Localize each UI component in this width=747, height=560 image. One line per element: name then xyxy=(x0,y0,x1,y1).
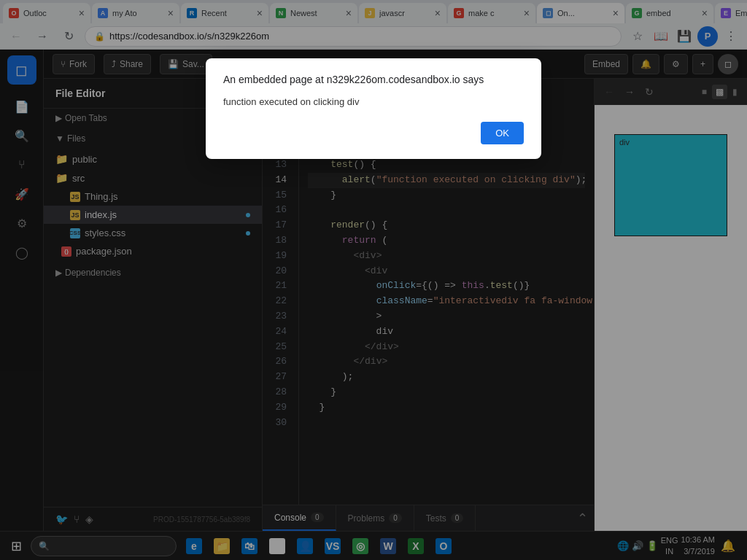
dialog-ok-button[interactable]: OK xyxy=(481,122,524,144)
dialog-message: function executed on clicking div xyxy=(223,96,524,107)
dialog-title: An embedded page at n329k226om.codesandb… xyxy=(223,73,524,88)
dialog-actions: OK xyxy=(223,122,524,144)
dialog-overlay: An embedded page at n329k226om.codesandb… xyxy=(0,0,747,560)
dialog-box: An embedded page at n329k226om.codesandb… xyxy=(206,58,541,159)
